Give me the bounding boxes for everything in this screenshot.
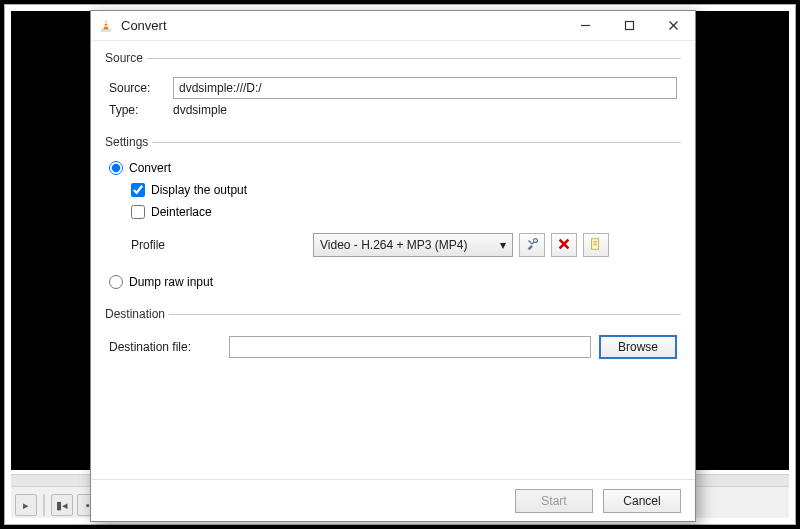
- svg-rect-3: [102, 29, 111, 31]
- destination-label: Destination file:: [109, 340, 221, 354]
- source-legend: Source: [105, 51, 147, 65]
- type-value: dvdsimple: [173, 103, 227, 117]
- svg-point-8: [534, 238, 538, 242]
- settings-group: Settings Convert Display the output Dein…: [105, 135, 681, 297]
- source-group: Source Source: Type: dvdsimple: [105, 51, 681, 125]
- new-profile-button[interactable]: [583, 233, 609, 257]
- convert-radio[interactable]: Convert: [109, 161, 171, 175]
- minimize-button[interactable]: [563, 11, 607, 41]
- new-profile-icon: [589, 237, 603, 254]
- destination-legend: Destination: [105, 307, 169, 321]
- deinterlace-label: Deinterlace: [151, 205, 212, 219]
- svg-line-10: [529, 240, 533, 244]
- destination-input[interactable]: [229, 336, 591, 358]
- display-output-input[interactable]: [131, 183, 145, 197]
- profile-select[interactable]: Video - H.264 + MP3 (MP4) ▾: [313, 233, 513, 257]
- dialog-footer: Start Cancel: [91, 479, 695, 521]
- source-input[interactable]: [173, 77, 677, 99]
- display-output-checkbox[interactable]: Display the output: [131, 183, 247, 197]
- separator: [43, 494, 45, 516]
- maximize-button[interactable]: [607, 11, 651, 41]
- profile-select-value: Video - H.264 + MP3 (MP4): [320, 238, 468, 252]
- dialog-title: Convert: [121, 18, 167, 33]
- convert-radio-label: Convert: [129, 161, 171, 175]
- svg-rect-5: [625, 22, 633, 30]
- destination-group: Destination Destination file: Browse: [105, 307, 681, 367]
- deinterlace-checkbox[interactable]: Deinterlace: [131, 205, 212, 219]
- type-label: Type:: [109, 103, 173, 117]
- browse-button[interactable]: Browse: [599, 335, 677, 359]
- display-output-label: Display the output: [151, 183, 247, 197]
- chevron-down-icon: ▾: [500, 238, 506, 252]
- close-button[interactable]: [651, 11, 695, 41]
- edit-profile-button[interactable]: [519, 233, 545, 257]
- start-button[interactable]: Start: [515, 489, 593, 513]
- convert-dialog: Convert Source Source: Type: dvdsimple: [90, 10, 696, 522]
- settings-legend: Settings: [105, 135, 152, 149]
- convert-radio-input[interactable]: [109, 161, 123, 175]
- source-label: Source:: [109, 81, 173, 95]
- cancel-button[interactable]: Cancel: [603, 489, 681, 513]
- svg-rect-2: [104, 25, 109, 26]
- dump-raw-radio[interactable]: Dump raw input: [109, 275, 213, 289]
- svg-line-9: [532, 242, 534, 244]
- deinterlace-input[interactable]: [131, 205, 145, 219]
- dump-raw-radio-input[interactable]: [109, 275, 123, 289]
- profile-label: Profile: [131, 238, 307, 252]
- vlc-cone-icon: [99, 19, 113, 33]
- svg-marker-0: [103, 19, 108, 29]
- delete-profile-button[interactable]: [551, 233, 577, 257]
- dump-raw-label: Dump raw input: [129, 275, 213, 289]
- titlebar: Convert: [91, 11, 695, 41]
- tools-icon: [525, 237, 539, 254]
- play-button[interactable]: ▸: [15, 494, 37, 516]
- svg-rect-13: [592, 238, 599, 249]
- prev-button[interactable]: ▮◂: [51, 494, 73, 516]
- delete-icon: [557, 237, 571, 254]
- svg-rect-1: [104, 22, 107, 23]
